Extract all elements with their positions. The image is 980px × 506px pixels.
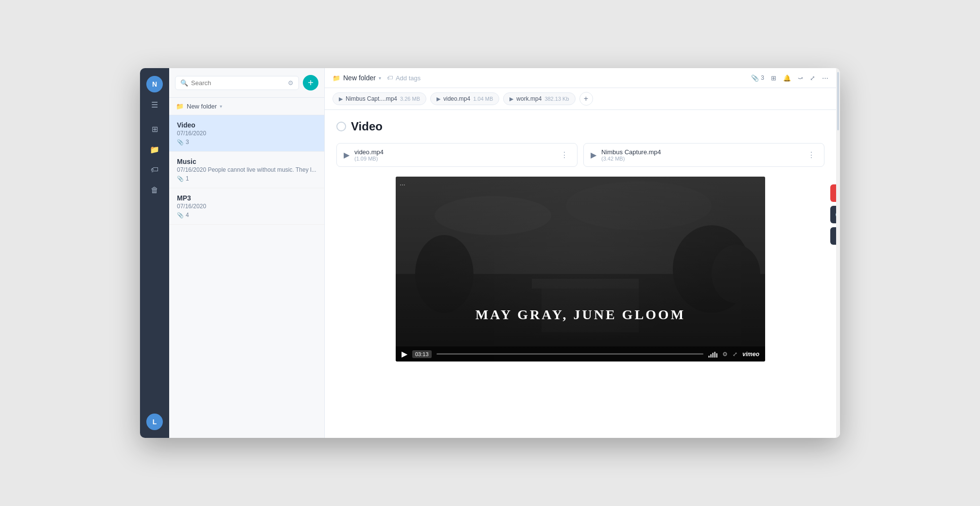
header-actions: 📎 3 ⊞ 🔔 ⤻ ⤢ ⋯	[751, 74, 828, 82]
user-avatar-top[interactable]: N	[146, 76, 163, 92]
attachment-count: 1	[186, 175, 189, 182]
note-item-music[interactable]: Music 07/16/2020 People cannot live with…	[169, 152, 324, 188]
file-list: ▶ video.mp4 (1.09 MB) ⋮ ▶ Nimbus Capture…	[336, 143, 824, 167]
tab-size: 382.13 Kb	[544, 96, 569, 102]
video-container: MAY GRAY, JUNE GLOOM ··· ▶ 03:13	[336, 177, 824, 361]
video-three-dots[interactable]: ···	[400, 181, 405, 188]
note-status-circle	[336, 122, 346, 131]
tab-name: video.mp4	[443, 95, 470, 102]
clock-button[interactable]: 🕐	[830, 206, 836, 223]
tags-area[interactable]: 🏷 Add tags	[387, 74, 420, 82]
right-scrollbar[interactable]	[836, 68, 840, 438]
note-attachment-music: 📎 1	[177, 175, 316, 182]
folder-icon-sidebar: 📁	[176, 103, 184, 110]
file-item-video[interactable]: ▶ video.mp4 (1.09 MB) ⋮	[336, 143, 578, 167]
note-preview: People cannot live without music. They l…	[208, 166, 316, 173]
tab-name: work.mp4	[516, 95, 542, 102]
filter-icon[interactable]: ⚙	[288, 79, 294, 87]
sidebar: 🔍 ⚙ + 📁 New folder ▾ Video 07/16/2020 📎 …	[169, 68, 325, 438]
grid-view-icon[interactable]: ⊞	[771, 74, 776, 82]
main-content: 📁 New folder ▾ 🏷 Add tags 📎 3 ⊞ 🔔 ⤻ ⤢ ⋯	[325, 68, 836, 438]
volume-bars	[708, 351, 718, 358]
heart-button[interactable]: ♥	[830, 184, 836, 202]
fullscreen-icon[interactable]: ⤢	[810, 74, 815, 82]
svg-point-2	[435, 196, 551, 235]
file-info: video.mp4 (1.09 MB)	[354, 148, 384, 162]
user-avatar-bottom[interactable]: L	[146, 414, 163, 430]
file-item-nimbus[interactable]: ▶ Nimbus Capture.mp4 (3.42 MB) ⋮	[583, 143, 824, 167]
folder-selector[interactable]: 📁 New folder ▾	[169, 98, 324, 115]
note-item-mp3[interactable]: MP3 07/16/2020 📎 4	[169, 188, 324, 225]
tab-video-icon: ▶	[509, 96, 513, 102]
note-body: Video ▶ video.mp4 (1.09 MB) ⋮ ▶ Nimbus C…	[325, 110, 836, 438]
svg-point-7	[712, 245, 760, 303]
note-title-text: Video	[351, 120, 383, 133]
paperclip-icon: 📎	[177, 139, 184, 145]
attachment-icon[interactable]: 📎 3	[751, 74, 764, 82]
folder-caret-icon: ▾	[220, 104, 222, 109]
note-title-main: Video	[336, 120, 824, 133]
note-date: 07/16/2020	[177, 203, 316, 210]
svg-point-5	[415, 235, 473, 313]
note-attachment-video: 📎 3	[177, 139, 316, 145]
folder-icon[interactable]: 📁	[146, 141, 163, 158]
play-button[interactable]: ▶	[402, 349, 407, 359]
search-box: 🔍 ⚙	[175, 76, 299, 90]
attachment-count: 3	[186, 139, 189, 145]
time-badge: 03:13	[412, 350, 432, 358]
video-side-actions: ♥ 🕐 ➤	[830, 184, 836, 245]
paperclip-icon: 📎	[177, 212, 184, 218]
tab-name: Nimbus Capt....mp4	[346, 95, 397, 102]
share-icon[interactable]: ⤻	[798, 74, 803, 82]
grid-icon[interactable]: ⊞	[146, 121, 163, 137]
main-folder-name: New folder	[343, 74, 376, 82]
bell-icon[interactable]: 🔔	[783, 74, 791, 82]
more-options-icon[interactable]: ⋯	[822, 74, 828, 82]
tag-icon[interactable]: 🏷	[146, 162, 163, 178]
tag-icon-header: 🏷	[387, 74, 393, 81]
vimeo-logo: vimeo	[742, 351, 759, 358]
add-tags-label: Add tags	[396, 74, 420, 82]
note-date: 07/16/2020 People cannot live without mu…	[177, 166, 316, 173]
scrollbar-thumb	[837, 72, 839, 130]
vol-bar-5	[716, 353, 718, 358]
fullscreen-video-icon[interactable]: ⤢	[733, 351, 737, 358]
file-name: Nimbus Capture.mp4	[601, 148, 661, 156]
file-more-icon[interactable]: ⋮	[805, 149, 817, 161]
video-title: MAY GRAY, JUNE GLOOM	[396, 307, 765, 323]
note-item-video[interactable]: Video 07/16/2020 📎 3	[169, 115, 324, 152]
hamburger-icon[interactable]: ☰	[146, 96, 163, 113]
tab-video[interactable]: ▶ video.mp4 1.04 MB	[430, 92, 499, 105]
add-tab-button[interactable]: +	[579, 92, 593, 106]
add-button[interactable]: +	[303, 75, 318, 90]
search-input[interactable]	[191, 79, 285, 87]
search-icon: 🔍	[180, 79, 188, 87]
video-player[interactable]: MAY GRAY, JUNE GLOOM ··· ▶ 03:13	[396, 177, 765, 361]
attachment-badge: 3	[761, 74, 764, 81]
file-size: (1.09 MB)	[354, 156, 384, 162]
tab-work[interactable]: ▶ work.mp4 382.13 Kb	[503, 92, 575, 105]
vol-bar-2	[710, 354, 712, 358]
folder-name: New folder	[187, 103, 217, 110]
file-more-icon[interactable]: ⋮	[559, 149, 570, 161]
vol-bar-4	[714, 352, 716, 358]
file-video-icon: ▶	[591, 150, 596, 160]
dropdown-caret-icon[interactable]: ▾	[379, 75, 381, 81]
tab-nimbus[interactable]: ▶ Nimbus Capt....mp4 3.26 MB	[332, 92, 426, 105]
folder-icon-header: 📁	[332, 74, 340, 82]
settings-icon[interactable]: ⚙	[722, 351, 728, 358]
note-date: 07/16/2020	[177, 130, 316, 137]
file-name: video.mp4	[354, 148, 384, 156]
progress-bar[interactable]	[437, 353, 704, 355]
vol-bar-3	[712, 353, 714, 358]
note-name-header: 📁 New folder ▾	[332, 74, 381, 82]
tab-size: 1.04 MB	[473, 96, 493, 102]
tab-video-icon: ▶	[437, 96, 440, 102]
file-video-icon: ▶	[344, 150, 350, 160]
send-button[interactable]: ➤	[830, 227, 836, 245]
video-thumbnail: MAY GRAY, JUNE GLOOM ···	[396, 177, 765, 361]
svg-point-3	[566, 181, 712, 230]
file-info: Nimbus Capture.mp4 (3.42 MB)	[601, 148, 661, 162]
paperclip-icon: 📎	[177, 176, 184, 182]
trash-icon[interactable]: 🗑	[146, 182, 163, 199]
